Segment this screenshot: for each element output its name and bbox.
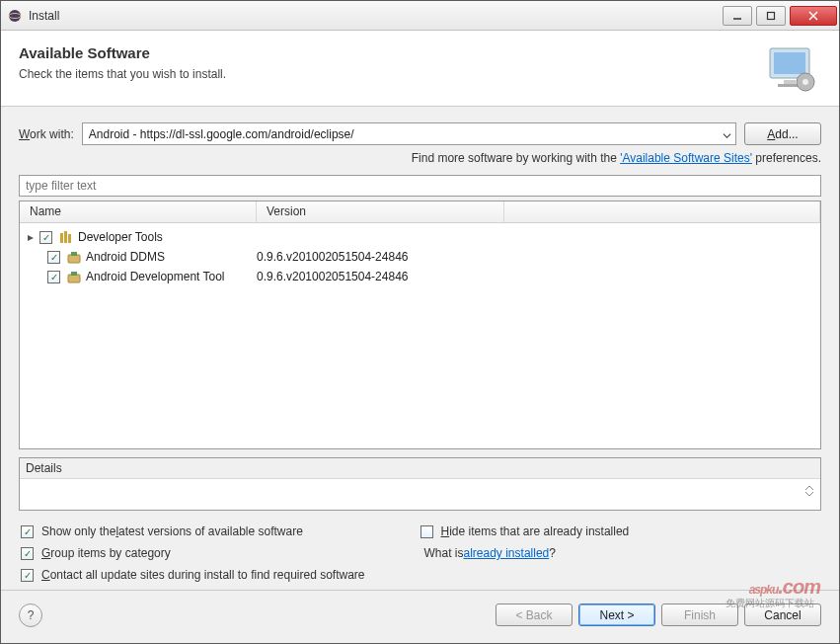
- banner-title: Available Software: [19, 44, 762, 61]
- svg-rect-14: [68, 234, 71, 243]
- work-with-row: Work with: Android - https://dl-ssl.goog…: [19, 122, 821, 145]
- banner-subtitle: Check the items that you wish to install…: [19, 67, 762, 81]
- expander-icon[interactable]: [26, 232, 36, 242]
- software-sites-hint: Find more software by working with the '…: [19, 151, 821, 165]
- details-scroll[interactable]: [802, 485, 816, 497]
- item-name: Developer Tools: [78, 230, 270, 244]
- checkbox[interactable]: ✓: [47, 271, 60, 283]
- checkbox[interactable]: ✓: [21, 547, 34, 560]
- checkbox[interactable]: ✓: [21, 525, 34, 538]
- window-title: Install: [29, 9, 721, 23]
- cancel-button[interactable]: Cancel: [744, 604, 821, 626]
- next-button[interactable]: Next >: [578, 604, 655, 626]
- filter-input[interactable]: [19, 175, 821, 197]
- column-version[interactable]: Version: [257, 201, 504, 222]
- what-is-installed: What is already installed?: [424, 546, 820, 560]
- footer: ? < Back Next > Finish Cancel: [1, 590, 839, 643]
- details-panel: Details: [19, 457, 821, 511]
- checkbox[interactable]: ✓: [39, 231, 52, 244]
- svg-rect-13: [64, 231, 67, 243]
- work-with-label: Work with:: [19, 127, 74, 141]
- option-row[interactable]: ✓Contact all update sites during install…: [21, 568, 420, 582]
- tree-header: Name Version: [20, 201, 820, 223]
- finish-button[interactable]: Finish: [661, 604, 738, 626]
- titlebar: Install: [1, 1, 839, 31]
- install-window: Install Available Software Check the ite…: [0, 0, 840, 644]
- option-hide-installed[interactable]: Hide items that are already installed: [420, 524, 820, 538]
- svg-point-0: [9, 10, 21, 22]
- work-with-value: Android - https://dl-ssl.google.com/andr…: [89, 127, 719, 141]
- close-button[interactable]: [790, 6, 837, 26]
- maximize-button[interactable]: [756, 6, 786, 26]
- feature-icon: [66, 269, 82, 284]
- add-button[interactable]: Add...: [744, 122, 821, 145]
- checkbox[interactable]: ✓: [47, 251, 60, 264]
- svg-point-11: [802, 79, 808, 85]
- svg-rect-7: [774, 52, 805, 74]
- column-name[interactable]: Name: [20, 201, 257, 222]
- help-button[interactable]: ?: [19, 604, 42, 627]
- item-name: Android Development Tool: [86, 270, 257, 283]
- available-software-sites-link[interactable]: 'Available Software Sites': [620, 151, 752, 165]
- svg-rect-15: [68, 255, 80, 263]
- item-version: 0.9.6.v201002051504-24846: [257, 250, 820, 264]
- already-installed-link[interactable]: already installed: [464, 546, 550, 560]
- tree-row[interactable]: ✓Android Development Tool0.9.6.v20100205…: [20, 267, 820, 286]
- checkbox[interactable]: [420, 525, 433, 538]
- column-extra: [504, 201, 820, 222]
- tree-row[interactable]: ✓Android DDMS0.9.6.v201002051504-24846: [20, 247, 820, 267]
- svg-rect-12: [60, 233, 63, 243]
- category-icon: [58, 229, 74, 245]
- tree-row[interactable]: ✓Developer Tools: [20, 227, 820, 247]
- svg-rect-3: [768, 12, 775, 19]
- svg-rect-17: [68, 275, 80, 282]
- chevron-down-icon: [723, 129, 731, 138]
- item-version: 0.9.6.v201002051504-24846: [257, 270, 820, 283]
- svg-rect-16: [71, 252, 77, 256]
- svg-rect-18: [71, 272, 77, 276]
- install-icon: [762, 44, 821, 94]
- back-button[interactable]: < Back: [496, 604, 573, 626]
- banner: Available Software Check the items that …: [1, 31, 839, 107]
- feature-icon: [66, 249, 82, 265]
- eclipse-icon: [7, 8, 23, 24]
- minimize-button[interactable]: [723, 6, 752, 26]
- options: ✓Show only the latest versions of availa…: [19, 524, 821, 582]
- details-label: Details: [20, 458, 820, 479]
- item-name: Android DDMS: [86, 250, 257, 264]
- checkbox[interactable]: ✓: [21, 569, 34, 582]
- work-with-combo[interactable]: Android - https://dl-ssl.google.com/andr…: [82, 122, 736, 145]
- option-row[interactable]: ✓Group items by category: [21, 546, 420, 560]
- software-tree[interactable]: Name Version ✓Developer Tools✓Android DD…: [19, 201, 821, 449]
- option-row[interactable]: ✓Show only the latest versions of availa…: [21, 524, 420, 538]
- svg-rect-8: [784, 80, 796, 84]
